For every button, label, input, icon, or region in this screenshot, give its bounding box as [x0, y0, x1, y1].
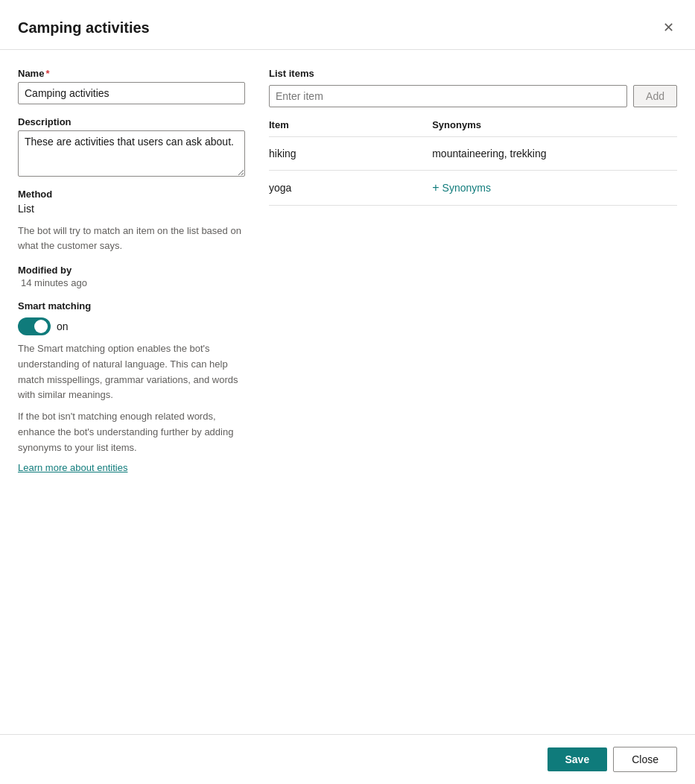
smart-matching-label: Smart matching — [18, 300, 245, 312]
toggle-track — [18, 317, 51, 335]
description-field-group: Description These are activities that us… — [18, 116, 245, 177]
enter-item-input[interactable] — [269, 85, 627, 107]
close-button[interactable]: Close — [613, 747, 677, 772]
method-label: Method — [18, 189, 245, 200]
item-cell: yoga — [269, 182, 432, 194]
description-label: Description — [18, 116, 245, 127]
col-synonyms-header: Synonyms — [432, 119, 677, 130]
table-header: Item Synonyms — [269, 119, 677, 137]
method-value: List — [18, 203, 245, 215]
modified-by-value: 14 minutes ago — [18, 277, 245, 288]
table-row: hiking mountaineering, trekking — [269, 137, 677, 171]
smart-matching-section: Smart matching on The Smart matching opt… — [18, 300, 245, 473]
dialog-footer: Save Close — [0, 734, 695, 784]
description-input[interactable]: These are activities that users can ask … — [18, 130, 245, 177]
method-description: The bot will try to match an item on the… — [18, 224, 245, 253]
modified-by-label: Modified by — [18, 265, 245, 276]
add-button[interactable]: Add — [633, 85, 677, 107]
name-label: Name* — [18, 68, 245, 79]
camping-activities-dialog: Camping activities ✕ Name* Description T… — [0, 0, 695, 784]
name-input[interactable] — [18, 82, 245, 104]
close-icon: ✕ — [663, 21, 674, 34]
dialog-title: Camping activities — [18, 19, 150, 37]
synonyms-cell: + Synonyms — [432, 181, 677, 195]
toggle-label: on — [57, 320, 69, 332]
table-row: yoga + Synonyms — [269, 171, 677, 206]
right-panel: List items Add Item Synonyms hiking moun… — [269, 68, 677, 716]
dialog-header: Camping activities ✕ — [0, 0, 695, 50]
required-indicator: * — [45, 68, 49, 79]
save-button[interactable]: Save — [548, 747, 608, 771]
items-table: Item Synonyms hiking mountaineering, tre… — [269, 119, 677, 716]
dialog-body: Name* Description These are activities t… — [0, 50, 695, 734]
header-close-button[interactable]: ✕ — [660, 18, 677, 37]
left-panel: Name* Description These are activities t… — [18, 68, 245, 716]
method-section: Method List The bot will try to match an… — [18, 189, 245, 253]
smart-matching-description-2: If the bot isn't matching enough related… — [18, 409, 245, 455]
item-cell: hiking — [269, 148, 432, 159]
add-synonyms-button[interactable]: + Synonyms — [432, 181, 491, 195]
synonyms-cell: mountaineering, trekking — [432, 148, 677, 159]
enter-item-row: Add — [269, 85, 677, 107]
modified-by-section: Modified by 14 minutes ago — [18, 265, 245, 288]
toggle-row: on — [18, 317, 245, 335]
smart-matching-description-1: The Smart matching option enables the bo… — [18, 341, 245, 403]
list-items-label: List items — [269, 68, 677, 79]
add-synonyms-label: Synonyms — [442, 182, 491, 194]
name-field-group: Name* — [18, 68, 245, 104]
learn-more-link[interactable]: Learn more about entities — [18, 462, 245, 473]
col-item-header: Item — [269, 119, 432, 130]
smart-matching-toggle[interactable] — [18, 317, 51, 335]
toggle-thumb — [34, 320, 48, 333]
plus-icon: + — [432, 181, 439, 195]
